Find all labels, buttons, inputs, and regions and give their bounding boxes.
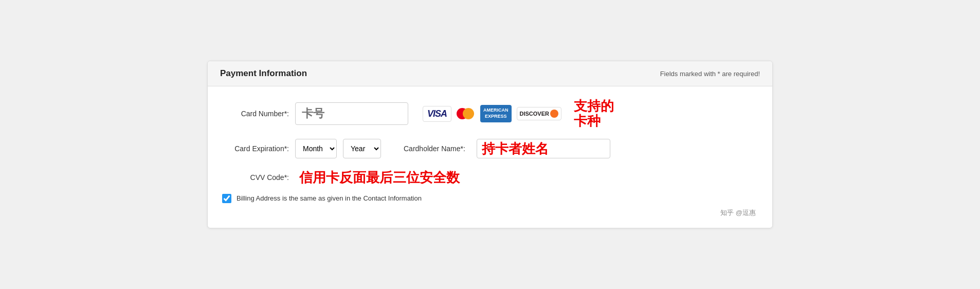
billing-label: Billing Address is the same as given in … <box>237 194 422 202</box>
card-type-annotation-line2: 卡种 <box>574 114 601 129</box>
card-header: Payment Information Fields marked with *… <box>208 61 772 86</box>
card-type-annotation-line1: 支持的 <box>574 99 614 114</box>
amex-icon: AMERICANEXPRESS <box>480 105 512 122</box>
card-header-title: Payment Information <box>220 68 307 79</box>
card-number-input[interactable] <box>295 102 408 125</box>
card-icons: VISA AMERICANEXPRESS DISCOVER 支持的 卡种 <box>423 99 614 128</box>
discover-icon: DISCOVER <box>517 107 561 120</box>
billing-row: Billing Address is the same as given in … <box>222 194 758 203</box>
cvv-annotation: 信用卡反面最后三位安全数 <box>299 169 460 187</box>
billing-checkbox[interactable] <box>222 194 231 203</box>
card-number-label: Card Number*: <box>222 110 289 118</box>
year-select[interactable]: Year 202420252026 202720282029 2030 <box>343 139 381 158</box>
cardholder-wrapper: 持卡者姓名 <box>477 139 610 158</box>
cvv-label: CVV Code*: <box>222 173 289 182</box>
card-type-annotation: 支持的 卡种 <box>574 99 614 128</box>
required-note: Fields marked with * are required! <box>660 70 760 78</box>
discover-text: DISCOVER <box>520 111 549 117</box>
payment-card: Payment Information Fields marked with *… <box>207 61 773 228</box>
expiration-row: Card Expiration*: Month 010203 040506 07… <box>222 139 758 158</box>
card-expiration-label: Card Expiration*: <box>222 144 289 153</box>
watermark: 知乎 @逗惠 <box>222 208 758 218</box>
mastercard-icon <box>457 107 475 120</box>
month-select[interactable]: Month 010203 040506 070809 101112 <box>295 139 337 158</box>
card-body: Card Number*: VISA AMERICANEXPRESS DISCO… <box>208 86 772 227</box>
discover-circle <box>550 110 558 118</box>
mc-circle-right <box>463 108 474 119</box>
card-number-row: Card Number*: VISA AMERICANEXPRESS DISCO… <box>222 99 758 128</box>
visa-icon: VISA <box>423 106 451 122</box>
cardholder-input[interactable] <box>477 139 610 158</box>
cardholder-name-label: Cardholder Name*: <box>404 144 465 153</box>
cvv-row: CVV Code*: 信用卡反面最后三位安全数 <box>222 169 758 187</box>
